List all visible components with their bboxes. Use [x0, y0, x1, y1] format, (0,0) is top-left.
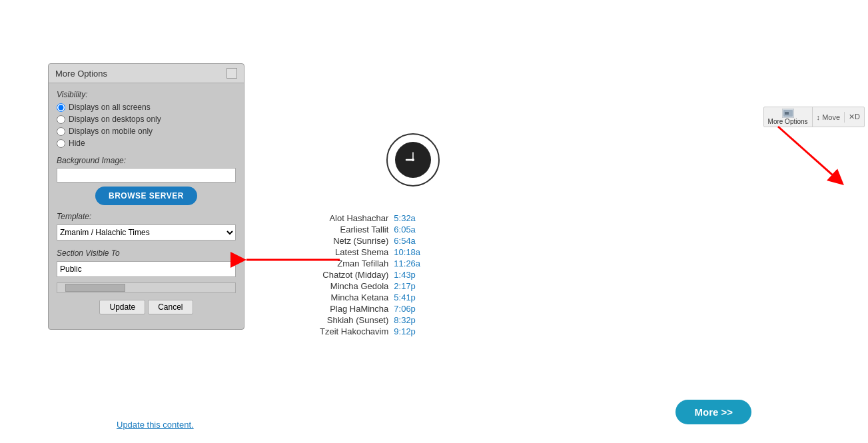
- zmanim-time: 6:54a: [394, 236, 424, 246]
- visibility-hide[interactable]: Hide: [57, 139, 236, 148]
- browse-server-button[interactable]: BROWSE SERVER: [95, 187, 197, 205]
- zmanim-name: Chatzot (Midday): [322, 270, 388, 280]
- zmanim-row: Latest Shema 10:18a: [320, 247, 424, 257]
- panel-title-bar: More Options: [49, 64, 244, 83]
- template-section: Template: Zmanim / Halachic Times: [57, 212, 236, 240]
- more-options-icon: [782, 109, 794, 118]
- update-button[interactable]: Update: [99, 300, 145, 314]
- zmanim-name: Tzeit Hakochavim: [320, 326, 388, 336]
- zmanim-row: Netz (Sunrise) 6:54a: [320, 236, 424, 246]
- zmanim-name: Plag HaMincha: [330, 304, 388, 314]
- zmanim-name: Shkiah (Sunset): [327, 315, 389, 325]
- zmanim-time: 1:43p: [394, 270, 424, 280]
- zmanim-time: 8:32p: [394, 315, 424, 325]
- zmanim-time: 11:26a: [394, 258, 424, 268]
- visibility-desktop-label: Displays on desktops only: [69, 115, 161, 124]
- visible-to-label: Section Visible To: [57, 248, 236, 258]
- zmanim-name: Mincha Ketana: [331, 292, 389, 302]
- zmanim-time: 2:17p: [394, 281, 424, 291]
- zmanim-row: Plag HaMincha 7:06p: [320, 304, 424, 314]
- toolbar-move-button[interactable]: ↕ Move: [813, 112, 845, 123]
- toolbar-close-button[interactable]: ✕D: [845, 111, 864, 123]
- panel-title: More Options: [55, 69, 107, 79]
- visibility-desktops-only[interactable]: Displays on desktops only: [57, 115, 236, 124]
- visibility-hide-label: Hide: [69, 139, 85, 148]
- zmanim-row: Tzeit Hakochavim 9:12p: [320, 326, 424, 336]
- cancel-button[interactable]: Cancel: [148, 300, 193, 314]
- bg-image-label: Background Image:: [57, 156, 236, 165]
- toolbar-more-options-label: More Options: [768, 118, 808, 125]
- zmanim-table: Alot Hashachar 5:32a Earliest Tallit 6:0…: [320, 213, 424, 338]
- zmanim-row: Mincha Ketana 5:41p: [320, 292, 424, 302]
- zmanim-name: Latest Shema: [335, 247, 388, 257]
- clock-widget: [386, 133, 440, 187]
- zmanim-time: 7:06p: [394, 304, 424, 314]
- zmanim-time: 9:12p: [394, 326, 424, 336]
- scrollbar-thumb[interactable]: [65, 284, 125, 292]
- visibility-mobile-only[interactable]: Displays on mobile only: [57, 127, 236, 136]
- horizontal-scrollbar[interactable]: [57, 282, 236, 293]
- template-label: Template:: [57, 212, 236, 221]
- panel-body: Visibility: Displays on all screens Disp…: [49, 83, 244, 329]
- clock-face: [395, 142, 431, 178]
- panel-close-button[interactable]: [226, 68, 237, 79]
- zmanim-time: 10:18a: [394, 247, 424, 257]
- visibility-mobile-label: Displays on mobile only: [69, 127, 153, 136]
- visibility-all-screens[interactable]: Displays on all screens: [57, 103, 236, 112]
- clock-circle: [386, 133, 440, 187]
- zmanim-time: 5:32a: [394, 213, 424, 223]
- update-link[interactable]: Update this content.: [117, 420, 194, 430]
- zmanim-row: Earliest Tallit 6:05a: [320, 224, 424, 234]
- clock-svg: [401, 148, 425, 172]
- template-select[interactable]: Zmanim / Halachic Times: [57, 224, 236, 240]
- more-options-panel: More Options Visibility: Displays on all…: [48, 63, 244, 330]
- background-image-section: Background Image: BROWSE SERVER: [57, 156, 236, 205]
- zmanim-row: Zman Tefillah 11:26a: [320, 258, 424, 268]
- visibility-label: Visibility:: [57, 90, 236, 99]
- zmanim-row: Shkiah (Sunset) 8:32p: [320, 315, 424, 325]
- zmanim-name: Zman Tefillah: [337, 258, 388, 268]
- bg-image-input[interactable]: [57, 168, 236, 183]
- visibility-all-label: Displays on all screens: [69, 103, 151, 112]
- visibility-radio-group: Displays on all screens Displays on desk…: [57, 103, 236, 148]
- zmanim-time: 6:05a: [394, 224, 424, 234]
- svg-line-7: [778, 127, 838, 180]
- zmanim-name: Netz (Sunrise): [333, 236, 388, 246]
- zmanim-row: Alot Hashachar 5:32a: [320, 213, 424, 223]
- toolbar-more-options-button[interactable]: More Options: [764, 107, 813, 127]
- zmanim-name: Mincha Gedola: [330, 281, 388, 291]
- zmanim-name: Earliest Tallit: [340, 224, 389, 234]
- zmanim-row: Chatzot (Midday) 1:43p: [320, 270, 424, 280]
- more-button[interactable]: More >>: [675, 400, 751, 424]
- zmanim-row: Mincha Gedola 2:17p: [320, 281, 424, 291]
- visible-to-section: Section Visible To: [57, 248, 236, 277]
- zmanim-time: 5:41p: [394, 292, 424, 302]
- panel-footer: Update Cancel: [57, 300, 236, 322]
- svg-rect-5: [785, 112, 789, 115]
- zmanim-name: Alot Hashachar: [329, 213, 388, 223]
- top-toolbar: More Options ↕ Move ✕D: [763, 107, 865, 127]
- svg-point-2: [412, 159, 414, 161]
- visible-to-input[interactable]: [57, 261, 236, 277]
